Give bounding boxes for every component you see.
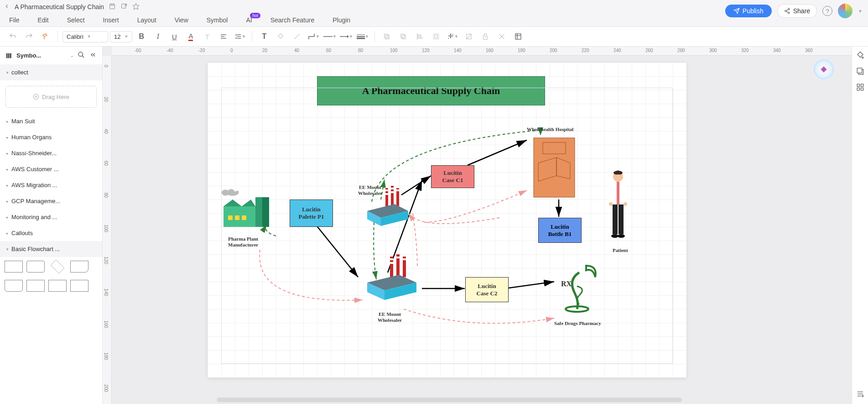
insert-icon[interactable] bbox=[856, 67, 864, 77]
wholesaler2-label: EE MountWholesaler bbox=[378, 311, 402, 323]
svg-point-4 bbox=[788, 8, 790, 10]
horizontal-scrollbar[interactable] bbox=[217, 398, 682, 402]
text-format-button[interactable]: T bbox=[200, 29, 214, 44]
diagram-page[interactable]: A Pharmaceutical Supply Chain Pharma Pla… bbox=[208, 63, 686, 378]
align-button[interactable] bbox=[216, 29, 231, 44]
bold-button[interactable]: B bbox=[134, 29, 149, 44]
menu-edit[interactable]: Edit bbox=[38, 16, 49, 24]
category-basic-flowchart[interactable]: ▾Basic Flowchart ... bbox=[0, 241, 102, 257]
export-icon[interactable] bbox=[120, 3, 128, 11]
effects-button[interactable]: ▼ bbox=[445, 29, 460, 44]
redo-button[interactable] bbox=[22, 29, 36, 44]
category-collect[interactable]: ▾collect bbox=[0, 64, 102, 80]
drag-here-zone[interactable]: Drag Here bbox=[5, 86, 97, 108]
table-button[interactable] bbox=[511, 29, 525, 44]
format-painter-button[interactable] bbox=[38, 29, 53, 44]
connector-button[interactable]: ▼ bbox=[306, 29, 321, 44]
text-color-button[interactable]: A bbox=[183, 29, 198, 44]
line-style-button[interactable]: ▼ bbox=[322, 29, 337, 44]
svg-rect-79 bbox=[619, 205, 624, 234]
shape-rectangle[interactable] bbox=[5, 261, 23, 273]
menu-insert[interactable]: Insert bbox=[103, 16, 119, 24]
front-button[interactable] bbox=[396, 29, 411, 44]
bottle-box[interactable]: LucitinBottle B1 bbox=[538, 218, 582, 243]
save-icon[interactable] bbox=[109, 3, 116, 11]
line-weight-button[interactable]: ▼ bbox=[355, 29, 370, 44]
patient-icon[interactable] bbox=[604, 170, 632, 243]
category-item[interactable]: ▸Man Suit bbox=[0, 113, 102, 129]
shape-rounded-rect[interactable] bbox=[26, 261, 45, 273]
shape-misc[interactable] bbox=[48, 280, 67, 292]
category-item[interactable]: ▸GCP Manageme... bbox=[0, 193, 102, 209]
tools-button[interactable] bbox=[494, 29, 509, 44]
triangle-down-icon: ▾ bbox=[6, 247, 9, 252]
svg-rect-21 bbox=[402, 35, 406, 39]
panel-caret-icon[interactable]: ⌄ bbox=[70, 53, 74, 58]
menu-search-feature[interactable]: Search Feature bbox=[270, 16, 315, 24]
lock-button[interactable] bbox=[478, 29, 493, 44]
font-size-select[interactable]: 12▼ bbox=[110, 31, 132, 42]
star-icon[interactable] bbox=[132, 3, 140, 11]
avatar-caret-icon[interactable]: ▼ bbox=[858, 9, 863, 14]
text-tool-button[interactable]: T bbox=[257, 29, 271, 44]
italic-button[interactable]: I bbox=[151, 29, 165, 44]
menu-plugin[interactable]: Plugin bbox=[333, 16, 350, 24]
category-item[interactable]: ▸Nassi-Shneider... bbox=[0, 145, 102, 161]
hospital-label: Wholehealth Hospital bbox=[527, 126, 573, 132]
pharmacy-icon[interactable] bbox=[554, 261, 600, 316]
menu-symbol[interactable]: Symbol bbox=[207, 16, 228, 24]
collapse-icon[interactable] bbox=[89, 51, 97, 60]
canvas-area[interactable]: -60 -40 -20 0 20 40 60 80 100 120 140 16… bbox=[103, 47, 868, 404]
case-c1-box[interactable]: LucitinCase C1 bbox=[431, 165, 474, 188]
warehouse-icon[interactable] bbox=[363, 254, 422, 304]
line-color-button[interactable] bbox=[290, 29, 304, 44]
fill-button[interactable] bbox=[273, 29, 288, 44]
category-item[interactable]: ▸Monitoring and ... bbox=[0, 209, 102, 225]
svg-point-93 bbox=[862, 57, 863, 58]
behind-button[interactable] bbox=[379, 29, 394, 44]
paint-icon[interactable] bbox=[856, 51, 864, 61]
case-c2-box[interactable]: LucitinCase C2 bbox=[465, 277, 509, 302]
menu-file[interactable]: File bbox=[9, 16, 20, 24]
arrow-style-button[interactable]: ▼ bbox=[339, 29, 353, 44]
font-select[interactable]: Calibri▼ bbox=[62, 31, 108, 42]
underline-button[interactable]: U bbox=[167, 29, 182, 44]
apps-icon[interactable] bbox=[856, 83, 864, 93]
shape-misc[interactable] bbox=[5, 280, 23, 292]
ruler-tick: 160 bbox=[486, 48, 494, 53]
shape-misc[interactable] bbox=[26, 280, 45, 292]
menu-view[interactable]: View bbox=[175, 16, 188, 24]
ruler-tick: 40 bbox=[294, 48, 299, 53]
diagram-title[interactable]: A Pharmaceutical Supply Chain bbox=[317, 76, 545, 105]
category-item[interactable]: ▸Callouts bbox=[0, 225, 102, 241]
shape-document[interactable] bbox=[70, 261, 88, 273]
shape-misc[interactable] bbox=[70, 280, 88, 292]
svg-rect-84 bbox=[390, 262, 393, 264]
undo-button[interactable] bbox=[5, 29, 20, 44]
svg-rect-57 bbox=[385, 189, 388, 191]
caret-down-icon: ▼ bbox=[87, 34, 91, 39]
category-item[interactable]: ▸Human Organs bbox=[0, 129, 102, 145]
crop-button[interactable] bbox=[462, 29, 476, 44]
shape-diamond[interactable] bbox=[51, 260, 64, 273]
list-icon[interactable] bbox=[856, 390, 864, 399]
hospital-icon[interactable] bbox=[531, 136, 577, 199]
factory-icon[interactable] bbox=[217, 184, 281, 229]
line-spacing-button[interactable]: ▼ bbox=[233, 29, 247, 44]
category-item[interactable]: ▸AWS Migration ... bbox=[0, 177, 102, 193]
category-item[interactable]: ▸AWS Customer ... bbox=[0, 161, 102, 177]
triangle-down-icon: ▾ bbox=[6, 70, 9, 75]
category-label: Man Suit bbox=[11, 118, 35, 125]
svg-point-80 bbox=[611, 234, 619, 238]
svg-rect-25 bbox=[418, 37, 422, 38]
ai-assistant-bubble[interactable] bbox=[814, 59, 834, 79]
align-left-button[interactable] bbox=[412, 29, 427, 44]
menu-layout[interactable]: Layout bbox=[137, 16, 156, 24]
svg-point-38 bbox=[78, 52, 83, 56]
menu-select[interactable]: Select bbox=[67, 16, 85, 24]
menu-ai[interactable]: AI hot bbox=[246, 16, 252, 24]
group-button[interactable] bbox=[429, 29, 443, 44]
back-icon[interactable] bbox=[4, 3, 10, 11]
palette-box[interactable]: LucitinPalette P1 bbox=[290, 199, 333, 227]
search-icon[interactable] bbox=[78, 51, 85, 60]
